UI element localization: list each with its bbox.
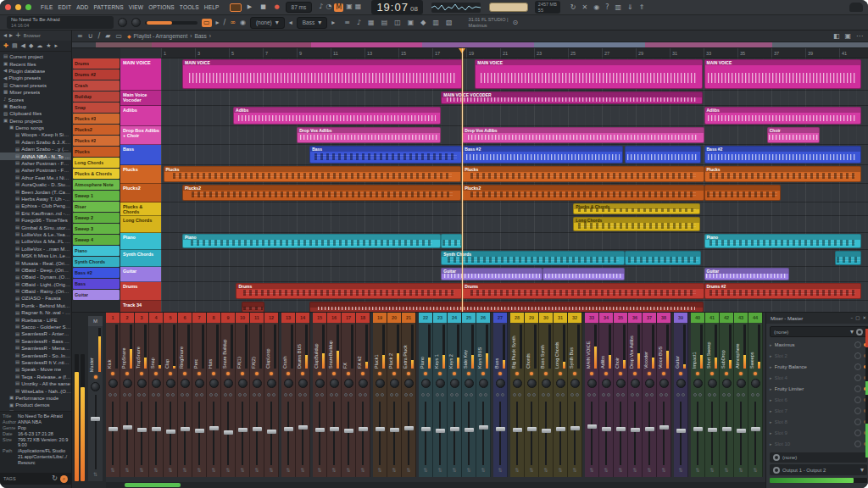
strip-route-icon[interactable]: ⇅: [327, 467, 341, 477]
strip-mute-led[interactable]: [342, 370, 355, 377]
forward-icon[interactable]: ▸: [9, 32, 13, 39]
menu-item[interactable]: VIEW: [129, 4, 143, 10]
strip-mute-led[interactable]: [419, 370, 432, 377]
pattern-clip[interactable]: Drop Vox Adlibs: [297, 127, 441, 143]
strip-stereo-icons[interactable]: [705, 390, 719, 400]
pattern-clip[interactable]: Bass: [309, 146, 462, 164]
browser-item[interactable]: ▤ OBaid - Light..(Original Mix): [0, 281, 71, 288]
strip-route-icon[interactable]: ⇅: [657, 467, 670, 477]
slot-mix-knob[interactable]: [854, 430, 861, 436]
strip-pan-knob[interactable]: [705, 377, 719, 390]
browser-item[interactable]: ▤ OZIASO - Fausta: [0, 295, 71, 302]
strip-pan-knob[interactable]: [192, 377, 206, 390]
effect-slot[interactable]: ▸ Slot 6: [770, 394, 867, 405]
strip-pan-knob[interactable]: [236, 377, 249, 390]
strip-mute-led[interactable]: [164, 370, 177, 377]
mixer-view-icon[interactable]: ▤: [381, 19, 388, 26]
multilink-icon[interactable]: ∞: [230, 19, 236, 26]
strip-pan-knob[interactable]: [568, 377, 581, 390]
browser-item[interactable]: ▤ Current project: [0, 53, 71, 60]
strip-route-icon[interactable]: ⇅: [356, 467, 370, 477]
strip-route-icon[interactable]: ⇅: [419, 467, 432, 477]
browser-item[interactable]: ▤ Fuego96 - TimeTiles: [0, 217, 71, 224]
strip-stereo-icons[interactable]: [448, 390, 461, 400]
strip-route-icon[interactable]: ⇅: [734, 467, 748, 477]
master-strip[interactable]: M Master ⇅: [88, 316, 103, 481]
strip-pan-knob[interactable]: [221, 377, 235, 390]
strip-pan-knob[interactable]: [402, 377, 415, 390]
strip-fader[interactable]: [448, 400, 461, 467]
strip-mute-led[interactable]: [135, 370, 148, 377]
strip-route-icon[interactable]: ⇅: [510, 467, 524, 477]
strip-fader[interactable]: [585, 400, 598, 467]
typing-keyboard-icon[interactable]: [230, 3, 242, 12]
strip-mute-led[interactable]: [106, 370, 120, 377]
mixer-strip[interactable]: 17 FX: [342, 313, 356, 477]
wait-input-icon[interactable]: ◔: [326, 3, 331, 12]
picker-item[interactable]: Guitar: [73, 290, 120, 300]
browser-item[interactable]: ▤ Herbs Away T..Uh - I'm Awake: [0, 196, 71, 202]
pattern-clip[interactable]: [625, 146, 701, 164]
strip-route-icon[interactable]: ⇅: [106, 467, 120, 477]
strip-fader[interactable]: [178, 400, 192, 467]
mixer-strip[interactable]: 31 Long Chords: [554, 313, 568, 477]
track-lane[interactable]: Guitar Guitar: [161, 267, 868, 282]
mixer-strip[interactable]: 28 Big Pluck Synth: [510, 313, 525, 477]
strip-stereo-icons[interactable]: [178, 390, 192, 400]
strip-pan-knob[interactable]: [250, 377, 264, 390]
menu-item[interactable]: PATTERNS: [93, 4, 123, 10]
search-icon[interactable]: ⌕: [60, 475, 68, 483]
strip-pan-knob[interactable]: [614, 377, 627, 390]
track-lane[interactable]: Piano Piano: [161, 233, 868, 250]
mixer-strip[interactable]: 43 Atmosphere: [734, 313, 748, 477]
browser-item[interactable]: ▤ AuraQualic - D..Studio Remix): [0, 181, 71, 188]
browser-item[interactable]: ▤ Musata - Real..(Original Mix): [0, 259, 71, 266]
strip-stereo-icons[interactable]: [628, 390, 642, 400]
picker-item[interactable]: Plucks2: [73, 125, 120, 135]
mixer-strip[interactable]: 8 Hats: [207, 313, 221, 477]
mixer-strip[interactable]: 36 Drop Vox Adlibs: [628, 313, 643, 477]
picker-item[interactable]: Drums #2: [73, 69, 120, 80]
mixer-strip[interactable]: 15 ClapBuildup: [313, 313, 327, 477]
slot-arrow-icon[interactable]: ▸: [770, 430, 772, 435]
strip-stereo-icons[interactable]: [419, 390, 432, 400]
menu-item[interactable]: TOOLS: [180, 4, 199, 10]
mixer-strip[interactable]: 14 Drums BUS: [296, 313, 310, 477]
grid-icon[interactable]: ▣: [844, 33, 851, 40]
picker-item[interactable]: Plucks: [73, 147, 120, 157]
pattern-clip[interactable]: Drums: [462, 283, 704, 299]
pattern-clip[interactable]: Plucks2: [182, 185, 461, 201]
browser-item[interactable]: ♪ Scores: [0, 96, 71, 103]
strip-pan-knob[interactable]: [342, 377, 355, 390]
channel-rack-icon[interactable]: ▦: [368, 19, 375, 26]
browser-item[interactable]: ▤ SeamlessR - Menagerie: [0, 345, 71, 352]
pattern-clip[interactable]: Adlibs: [233, 107, 441, 125]
mixer-strip[interactable]: 40 Impact1: [691, 313, 705, 477]
effect-slot[interactable]: ▸ Fruity Limiter: [770, 383, 867, 394]
browser-item[interactable]: ▤ SeamlessR ft V..ntime (Vocal): [0, 359, 71, 366]
typing-to-piano-icon[interactable]: ▭: [202, 19, 212, 27]
pattern-clip[interactable]: Plucks2: [462, 185, 704, 201]
strip-pan-knob[interactable]: [748, 377, 762, 390]
browser-view-icon[interactable]: ◫: [394, 19, 401, 26]
mixer-strip[interactable]: 7 Perc: [192, 313, 207, 477]
strip-fader[interactable]: [356, 400, 370, 467]
track-lane[interactable]: Synth Chords: [161, 250, 868, 267]
minimize-window-button[interactable]: [15, 4, 21, 10]
strip-fader[interactable]: [264, 400, 278, 467]
strip-route-icon[interactable]: ⇅: [476, 467, 490, 477]
latency-lcd[interactable]: 87 ms: [286, 2, 313, 13]
strip-route-icon[interactable]: ⇅: [585, 467, 598, 477]
strip-fader[interactable]: [462, 400, 476, 467]
strip-pan-knob[interactable]: [433, 377, 447, 390]
browser-item[interactable]: ▤ Adam Szabo & J..Knock Me Out: [0, 139, 71, 146]
track-lane[interactable]: Bass Bass #2: [161, 145, 868, 165]
strip-route-icon[interactable]: ⇅: [402, 467, 415, 477]
pattern-clip[interactable]: Plucks: [164, 166, 462, 182]
browser-item[interactable]: ▣ Product demos: [0, 402, 71, 408]
browser-item[interactable]: ▦ Mixer presets: [0, 89, 71, 96]
strip-route-icon[interactable]: ⇅: [525, 467, 538, 477]
strip-stereo-icons[interactable]: [510, 390, 524, 400]
strip-pan-knob[interactable]: [149, 377, 163, 390]
strip-pan-knob[interactable]: [643, 377, 656, 390]
